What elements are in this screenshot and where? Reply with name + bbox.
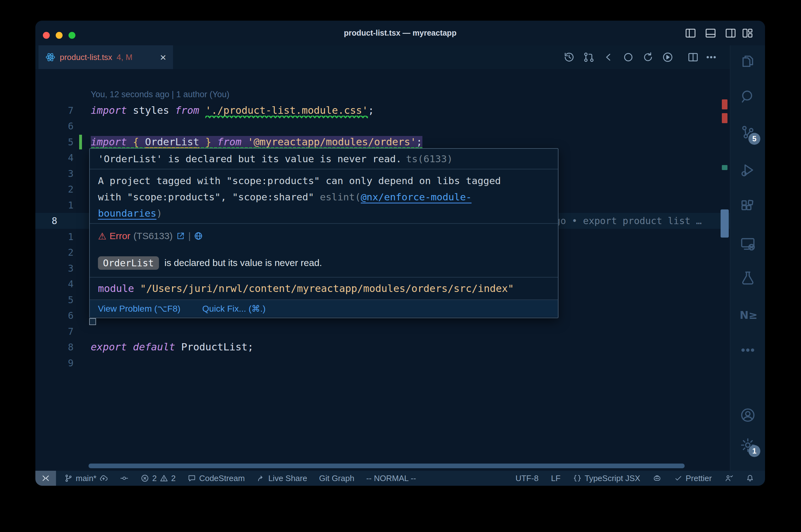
nx-icon: N≥: [740, 309, 758, 321]
inline-blame-hint: ago • export product list …: [549, 213, 702, 229]
code-line[interactable]: import { OrderList } from '@myreactapp/m…: [91, 134, 422, 150]
code-row[interactable]: 6: [35, 118, 730, 134]
status-vim-mode[interactable]: -- NORMAL --: [366, 474, 416, 483]
diagnostic-message: 'OrderList' is declared but its value is…: [98, 153, 402, 165]
status-label: CodeStream: [199, 474, 245, 483]
panel-right-icon[interactable]: [725, 27, 736, 39]
activity-explorer-button[interactable]: [740, 53, 756, 70]
code-row[interactable]: 7: [35, 324, 730, 339]
external-link-icon[interactable]: [176, 231, 185, 241]
code-row[interactable]: 8export default ProductList;: [35, 339, 730, 355]
tooltip-resize-grip[interactable]: [89, 318, 96, 325]
activity-accounts-button[interactable]: [740, 407, 756, 423]
activity-settings-button[interactable]: 1: [740, 437, 756, 453]
status-git-graph[interactable]: Git Graph: [319, 474, 354, 483]
error-description: is declared but its value is never read.: [165, 258, 322, 268]
window-title: product-list.tsx — myreactapp: [35, 21, 765, 45]
tab-product-list[interactable]: product-list.tsx 4, M ×: [38, 45, 173, 69]
status-label: 2: [152, 474, 157, 483]
vertical-scrollbar-thumb[interactable]: [721, 209, 729, 238]
activity-source-graph-button[interactable]: 5: [740, 125, 756, 141]
line-number[interactable]: 5: [52, 134, 74, 150]
line-number[interactable]: 7: [52, 102, 74, 118]
line-number[interactable]: 4: [52, 150, 74, 166]
rule-link[interactable]: @nx/enforce-module-: [361, 191, 472, 204]
code-token: default: [133, 341, 175, 353]
quick-fix-link[interactable]: Quick Fix... (⌘.): [202, 304, 266, 314]
code-line[interactable]: import styles from './product-list.modul…: [91, 102, 374, 118]
history-icon[interactable]: [563, 51, 575, 63]
activity-extensions-button[interactable]: [740, 198, 756, 215]
status-copilot[interactable]: [653, 474, 661, 482]
debug-icon: [740, 162, 756, 178]
status-git-commit[interactable]: [120, 474, 129, 482]
code-token: from: [217, 136, 241, 148]
code-row[interactable]: 9: [35, 355, 730, 371]
status-encoding[interactable]: UTF-8: [515, 474, 539, 483]
panel-bottom-icon[interactable]: [705, 27, 716, 39]
code-line-text: import styles from './product-list.modul…: [91, 104, 374, 118]
line-number[interactable]: 9: [52, 355, 74, 371]
code-row[interactable]: 7import styles from './product-list.modu…: [35, 102, 730, 118]
code-line[interactable]: export default ProductList;: [91, 339, 253, 355]
line-number[interactable]: 1: [52, 197, 74, 213]
blame-row[interactable]: You, 12 seconds ago | 1 author (You): [35, 87, 730, 102]
status-notifications[interactable]: [746, 474, 754, 482]
sync-icon[interactable]: [642, 51, 654, 63]
horizontal-scrollbar-thumb[interactable]: [89, 463, 685, 468]
status-live-share[interactable]: Live Share: [257, 474, 307, 483]
line-number[interactable]: 1: [52, 229, 74, 245]
module-keyword: module: [98, 283, 134, 294]
status-git-branch[interactable]: main*: [64, 474, 108, 483]
code-line-text: export default ProductList;: [91, 341, 253, 353]
code-token: [199, 136, 205, 148]
problem-hover-tooltip: 'OrderList' is declared but its value is…: [89, 148, 559, 318]
git-pull-request-icon[interactable]: [583, 51, 595, 63]
copilot-icon: [653, 474, 661, 482]
line-number[interactable]: 7: [52, 324, 74, 339]
status-problems[interactable]: 22: [141, 474, 176, 483]
panel-left-icon[interactable]: [685, 27, 696, 39]
view-problem-link[interactable]: View Problem (⌥F8): [98, 304, 181, 314]
line-number[interactable]: 8: [52, 213, 74, 229]
error-code: (TS6133): [133, 231, 173, 241]
line-number[interactable]: 2: [52, 244, 74, 260]
code-token: [241, 136, 248, 148]
line-number[interactable]: 3: [52, 260, 74, 276]
activity-testing-button[interactable]: [740, 270, 756, 286]
code-token: ;: [368, 104, 374, 116]
run-icon[interactable]: [662, 51, 674, 63]
status-prettier[interactable]: Prettier: [674, 474, 712, 483]
more-actions-icon[interactable]: [705, 51, 717, 63]
remote-indicator[interactable]: [35, 471, 56, 486]
layout-icon[interactable]: [742, 27, 753, 39]
line-number[interactable]: 5: [52, 292, 74, 308]
status-label: 2: [171, 474, 176, 483]
rule-link-continued[interactable]: boundaries: [98, 208, 157, 220]
line-number[interactable]: 6: [52, 118, 74, 134]
line-number[interactable]: 3: [52, 166, 74, 182]
code-row[interactable]: 5import { OrderList } from '@myreactapp/…: [35, 134, 730, 150]
line-number[interactable]: 8: [52, 339, 74, 355]
line-number[interactable]: 2: [52, 181, 74, 197]
vscode-window: product-list.tsx — myreactapp product-li…: [35, 21, 765, 486]
line-number[interactable]: 4: [52, 276, 74, 292]
status-feedback[interactable]: [724, 474, 733, 482]
overview-diff-mark: [722, 165, 727, 170]
status-language-mode[interactable]: TypeScript JSX: [573, 474, 640, 483]
status-eol[interactable]: LF: [551, 474, 560, 483]
globe-icon[interactable]: [194, 231, 203, 241]
tab-close-icon[interactable]: ×: [160, 52, 166, 62]
code-token: '@myreactapp/modules/orders': [248, 136, 416, 148]
activity-remote-explorer-button[interactable]: [740, 236, 756, 252]
split-editor-icon[interactable]: [687, 51, 699, 63]
activity-search-button[interactable]: [740, 89, 756, 105]
status-codestream[interactable]: CodeStream: [187, 474, 245, 483]
record-icon[interactable]: [622, 51, 634, 63]
line-number[interactable]: 6: [52, 308, 74, 324]
activity-more-views-button[interactable]: [740, 342, 756, 358]
back-icon[interactable]: [603, 51, 615, 63]
activity-run-debug-button[interactable]: [740, 162, 756, 178]
activity-nx-console-button[interactable]: N≥: [740, 307, 756, 323]
module-path: "/Users/juri/nrwl/content/myreactapp/mod…: [134, 283, 514, 294]
